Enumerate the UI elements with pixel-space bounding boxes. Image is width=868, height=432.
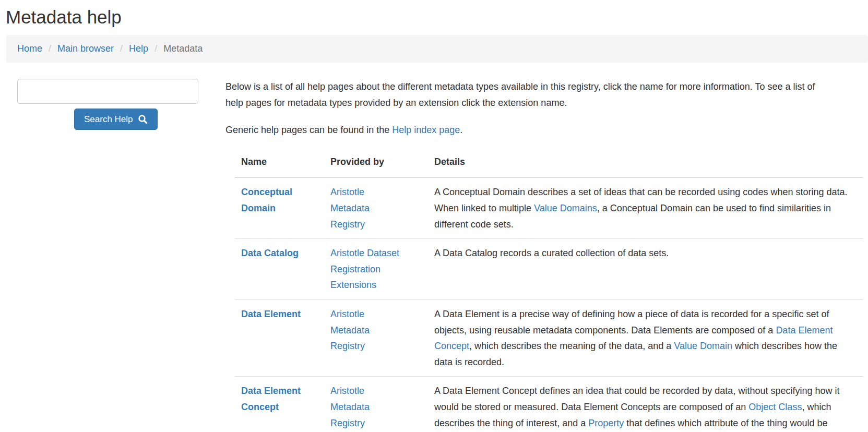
metadata-type-link-data-element[interactable]: Data Element bbox=[241, 309, 301, 319]
provided-by-inner: Aristotle Metadata Registry bbox=[330, 184, 402, 232]
help-table-body: Conceptual DomainAristotle Metadata Regi… bbox=[235, 177, 863, 432]
search-icon bbox=[138, 114, 148, 124]
breadcrumb-item-home: Home bbox=[17, 42, 42, 55]
provided-by-inner: Aristotle Metadata Registry bbox=[330, 306, 402, 354]
details-cell: A Data Catalog records a curated collect… bbox=[428, 239, 863, 300]
provided-by-cell: Aristotle Metadata Registry bbox=[324, 299, 428, 376]
provided-by-inner: Aristotle Metadata Registry bbox=[330, 383, 402, 431]
name-cell: Data Element bbox=[235, 299, 324, 376]
details-cell: A Data Element Concept defines an idea t… bbox=[428, 377, 863, 432]
provider-link-aristotle-metadata-registry[interactable]: Aristotle Metadata Registry bbox=[330, 309, 370, 351]
help-table-row-data-element-concept: Data Element ConceptAristotle Metadata R… bbox=[235, 377, 863, 432]
column-header-provided-by: Provided by bbox=[324, 151, 428, 178]
breadcrumb-link-home[interactable]: Home bbox=[17, 43, 42, 54]
breadcrumb-item-help: Help bbox=[129, 42, 148, 55]
search-sidebar: Search Help bbox=[0, 79, 225, 130]
details-text: A Data Catalog records a curated collect… bbox=[434, 248, 669, 258]
provided-by-cell: Aristotle Metadata Registry bbox=[324, 377, 428, 432]
provider-link-aristotle-metadata-registry[interactable]: Aristotle Metadata Registry bbox=[330, 386, 370, 428]
help-table-row-data-element: Data ElementAristotle Metadata RegistryA… bbox=[235, 299, 863, 376]
generic-help-paragraph: Generic help pages can be found in the H… bbox=[225, 122, 863, 138]
provided-by-inner: Aristotle Dataset Registration Extension… bbox=[330, 245, 402, 293]
details-cell: A Data Element is a precise way of defin… bbox=[428, 299, 863, 376]
search-input[interactable] bbox=[17, 79, 198, 104]
provided-by-cell: Aristotle Dataset Registration Extension… bbox=[324, 239, 428, 300]
details-cell: A Conceptual Domain describes a set of i… bbox=[428, 177, 863, 238]
metadata-type-link-data-catalog[interactable]: Data Catalog bbox=[241, 248, 299, 258]
generic-help-text-prefix: Generic help pages can be found in the bbox=[225, 125, 392, 135]
provider-link-aristotle-dataset-registration-extensions[interactable]: Aristotle Dataset Registration Extension… bbox=[330, 248, 399, 290]
column-header-name: Name bbox=[235, 151, 324, 178]
help-table-header-row: NameProvided byDetails bbox=[235, 151, 863, 178]
breadcrumb-link-help[interactable]: Help bbox=[129, 43, 148, 54]
details-text: , which describes the meaning of the dat… bbox=[469, 341, 674, 351]
name-cell: Data Element Concept bbox=[235, 377, 324, 432]
search-help-button-label: Search Help bbox=[84, 114, 133, 125]
help-table-row-conceptual-domain: Conceptual DomainAristotle Metadata Regi… bbox=[235, 177, 863, 238]
breadcrumb: Home/Main browser/Help/Metadata bbox=[6, 35, 868, 63]
inline-link-value-domains[interactable]: Value Domains bbox=[534, 203, 597, 213]
breadcrumb-item-main-browser: Main browser bbox=[57, 42, 114, 55]
column-header-details: Details bbox=[428, 151, 863, 178]
help-table-head: NameProvided byDetails bbox=[235, 151, 863, 178]
generic-help-text-suffix: . bbox=[460, 125, 462, 135]
name-cell: Data Catalog bbox=[235, 239, 324, 300]
breadcrumb-separator: / bbox=[49, 42, 51, 55]
metadata-type-link-data-element-concept[interactable]: Data Element Concept bbox=[241, 386, 301, 412]
search-help-button[interactable]: Search Help bbox=[74, 109, 158, 130]
breadcrumb-link-main-browser[interactable]: Main browser bbox=[57, 43, 114, 54]
page-title: Metadata help bbox=[6, 6, 868, 28]
inline-link-property[interactable]: Property bbox=[588, 418, 624, 428]
breadcrumb-separator: / bbox=[120, 42, 123, 55]
intro-paragraph: Below is a list of all help pages about … bbox=[225, 79, 831, 111]
name-cell: Conceptual Domain bbox=[235, 177, 324, 238]
inline-link-value-domain[interactable]: Value Domain bbox=[674, 341, 732, 351]
provided-by-cell: Aristotle Metadata Registry bbox=[324, 177, 428, 238]
help-content: Below is a list of all help pages about … bbox=[225, 79, 868, 432]
provider-link-aristotle-metadata-registry[interactable]: Aristotle Metadata Registry bbox=[330, 187, 370, 229]
content-row: Search Help Below is a list of all help … bbox=[0, 79, 868, 432]
metadata-help-table: NameProvided byDetails Conceptual Domain… bbox=[235, 151, 863, 432]
details-text: A Data Element is a precise way of defin… bbox=[434, 309, 829, 335]
help-table-row-data-catalog: Data CatalogAristotle Dataset Registrati… bbox=[235, 239, 863, 300]
breadcrumb-separator: / bbox=[154, 42, 157, 55]
metadata-type-link-conceptual-domain[interactable]: Conceptual Domain bbox=[241, 187, 292, 213]
help-search-form: Search Help bbox=[0, 79, 225, 130]
help-index-page-link[interactable]: Help index page bbox=[392, 125, 460, 135]
inline-link-object-class[interactable]: Object Class bbox=[748, 402, 802, 412]
metadata-help-page: Metadata help Home/Main browser/Help/Met… bbox=[0, 6, 868, 432]
breadcrumb-item-metadata: Metadata bbox=[163, 42, 203, 55]
